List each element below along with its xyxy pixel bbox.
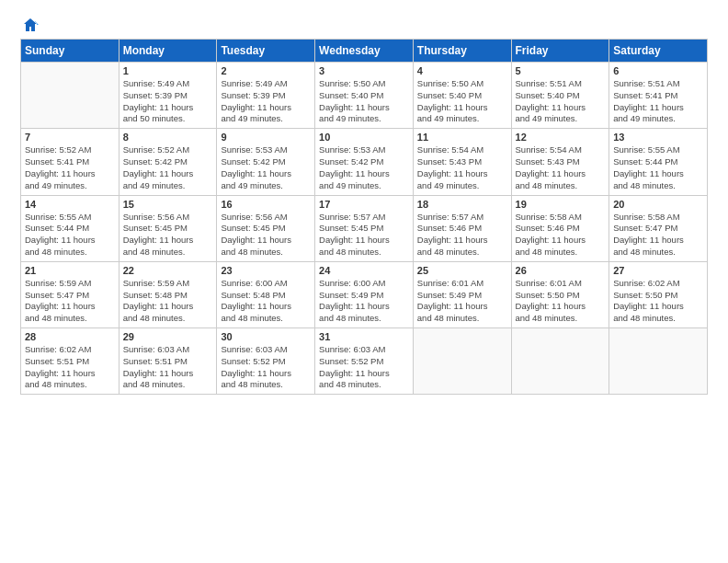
day-number: 10: [319, 132, 409, 143]
day-info: Sunrise: 5:56 AMSunset: 5:45 PMDaylight:…: [221, 212, 311, 259]
day-number: 5: [516, 65, 606, 76]
day-info: Sunrise: 6:01 AMSunset: 5:49 PMDaylight:…: [417, 278, 507, 325]
calendar-cell: 12Sunrise: 5:54 AMSunset: 5:43 PMDayligh…: [511, 129, 609, 195]
day-info: Sunrise: 5:55 AMSunset: 5:44 PMDaylight:…: [25, 212, 115, 259]
calendar-cell: 6Sunrise: 5:51 AMSunset: 5:41 PMDaylight…: [609, 63, 708, 129]
calendar-cell: 31Sunrise: 6:03 AMSunset: 5:52 PMDayligh…: [315, 328, 414, 395]
day-info: Sunrise: 6:03 AMSunset: 5:51 PMDaylight:…: [123, 344, 213, 391]
day-info: Sunrise: 5:59 AMSunset: 5:47 PMDaylight:…: [25, 278, 115, 325]
day-info: Sunrise: 5:53 AMSunset: 5:42 PMDaylight:…: [319, 144, 409, 191]
day-info: Sunrise: 5:50 AMSunset: 5:40 PMDaylight:…: [417, 78, 507, 125]
calendar-cell: 30Sunrise: 6:03 AMSunset: 5:52 PMDayligh…: [217, 328, 315, 395]
calendar-week-row: 1Sunrise: 5:49 AMSunset: 5:39 PMDaylight…: [21, 63, 708, 129]
calendar-cell: 1Sunrise: 5:49 AMSunset: 5:39 PMDaylight…: [119, 63, 217, 129]
svg-marker-0: [24, 18, 37, 31]
day-number: 11: [417, 132, 507, 143]
day-number: 13: [613, 132, 703, 143]
calendar-cell: 27Sunrise: 6:02 AMSunset: 5:50 PMDayligh…: [609, 261, 708, 327]
calendar-cell: 17Sunrise: 5:57 AMSunset: 5:45 PMDayligh…: [315, 195, 414, 261]
calendar-cell: 16Sunrise: 5:56 AMSunset: 5:45 PMDayligh…: [217, 195, 315, 261]
day-info: Sunrise: 5:51 AMSunset: 5:40 PMDaylight:…: [516, 78, 606, 125]
day-number: 4: [417, 65, 507, 76]
day-number: 20: [613, 199, 703, 210]
calendar-cell: [413, 328, 511, 395]
day-header: Sunday: [21, 40, 119, 63]
day-info: Sunrise: 5:54 AMSunset: 5:43 PMDaylight:…: [417, 144, 507, 191]
day-info: Sunrise: 5:50 AMSunset: 5:40 PMDaylight:…: [319, 78, 409, 125]
day-number: 28: [25, 331, 115, 342]
calendar-cell: 23Sunrise: 6:00 AMSunset: 5:48 PMDayligh…: [217, 261, 315, 327]
day-info: Sunrise: 5:58 AMSunset: 5:47 PMDaylight:…: [613, 212, 703, 259]
day-number: 3: [319, 65, 409, 76]
day-number: 8: [123, 132, 213, 143]
logo-icon: [22, 17, 39, 33]
day-header: Saturday: [609, 40, 708, 63]
day-header: Thursday: [413, 40, 511, 63]
calendar-cell: 7Sunrise: 5:52 AMSunset: 5:41 PMDaylight…: [21, 129, 119, 195]
calendar-week-row: 28Sunrise: 6:02 AMSunset: 5:51 PMDayligh…: [21, 328, 708, 395]
calendar-cell: 3Sunrise: 5:50 AMSunset: 5:40 PMDaylight…: [315, 63, 414, 129]
day-info: Sunrise: 6:02 AMSunset: 5:50 PMDaylight:…: [613, 278, 703, 325]
day-info: Sunrise: 5:56 AMSunset: 5:45 PMDaylight:…: [123, 212, 213, 259]
calendar-week-row: 21Sunrise: 5:59 AMSunset: 5:47 PMDayligh…: [21, 261, 708, 327]
day-info: Sunrise: 5:52 AMSunset: 5:41 PMDaylight:…: [25, 144, 115, 191]
calendar-cell: 19Sunrise: 5:58 AMSunset: 5:46 PMDayligh…: [511, 195, 609, 261]
calendar-cell: 21Sunrise: 5:59 AMSunset: 5:47 PMDayligh…: [21, 261, 119, 327]
day-number: 22: [123, 265, 213, 276]
day-number: 23: [221, 265, 311, 276]
calendar-cell: [21, 63, 119, 129]
calendar-cell: 8Sunrise: 5:52 AMSunset: 5:42 PMDaylight…: [119, 129, 217, 195]
calendar-cell: 10Sunrise: 5:53 AMSunset: 5:42 PMDayligh…: [315, 129, 414, 195]
day-number: 26: [516, 265, 606, 276]
day-number: 16: [221, 199, 311, 210]
calendar-cell: [511, 328, 609, 395]
day-info: Sunrise: 5:49 AMSunset: 5:39 PMDaylight:…: [123, 78, 213, 125]
calendar-cell: 2Sunrise: 5:49 AMSunset: 5:39 PMDaylight…: [217, 63, 315, 129]
day-number: 29: [123, 331, 213, 342]
calendar-cell: 24Sunrise: 6:00 AMSunset: 5:49 PMDayligh…: [315, 261, 414, 327]
day-info: Sunrise: 5:53 AMSunset: 5:42 PMDaylight:…: [221, 144, 311, 191]
day-info: Sunrise: 5:59 AMSunset: 5:48 PMDaylight:…: [123, 278, 213, 325]
day-info: Sunrise: 5:51 AMSunset: 5:41 PMDaylight:…: [613, 78, 703, 125]
day-number: 7: [25, 132, 115, 143]
calendar-week-row: 7Sunrise: 5:52 AMSunset: 5:41 PMDaylight…: [21, 129, 708, 195]
day-info: Sunrise: 6:03 AMSunset: 5:52 PMDaylight:…: [319, 344, 409, 391]
calendar-cell: 4Sunrise: 5:50 AMSunset: 5:40 PMDaylight…: [413, 63, 511, 129]
day-number: 15: [123, 199, 213, 210]
day-number: 9: [221, 132, 311, 143]
calendar-cell: 25Sunrise: 6:01 AMSunset: 5:49 PMDayligh…: [413, 261, 511, 327]
day-info: Sunrise: 5:57 AMSunset: 5:45 PMDaylight:…: [319, 212, 409, 259]
day-header: Friday: [511, 40, 609, 63]
day-number: 2: [221, 65, 311, 76]
day-header: Wednesday: [315, 40, 414, 63]
calendar-cell: 26Sunrise: 6:01 AMSunset: 5:50 PMDayligh…: [511, 261, 609, 327]
calendar-cell: 29Sunrise: 6:03 AMSunset: 5:51 PMDayligh…: [119, 328, 217, 395]
day-info: Sunrise: 6:00 AMSunset: 5:49 PMDaylight:…: [319, 278, 409, 325]
day-number: 31: [319, 331, 409, 342]
day-number: 27: [613, 265, 703, 276]
day-info: Sunrise: 5:55 AMSunset: 5:44 PMDaylight:…: [613, 144, 703, 191]
calendar-cell: 18Sunrise: 5:57 AMSunset: 5:46 PMDayligh…: [413, 195, 511, 261]
calendar-cell: [609, 328, 708, 395]
day-number: 12: [516, 132, 606, 143]
calendar-cell: 15Sunrise: 5:56 AMSunset: 5:45 PMDayligh…: [119, 195, 217, 261]
calendar-cell: 14Sunrise: 5:55 AMSunset: 5:44 PMDayligh…: [21, 195, 119, 261]
calendar-cell: 13Sunrise: 5:55 AMSunset: 5:44 PMDayligh…: [609, 129, 708, 195]
day-number: 24: [319, 265, 409, 276]
day-number: 1: [123, 65, 213, 76]
day-header: Tuesday: [217, 40, 315, 63]
day-info: Sunrise: 6:02 AMSunset: 5:51 PMDaylight:…: [25, 344, 115, 391]
calendar-cell: 20Sunrise: 5:58 AMSunset: 5:47 PMDayligh…: [609, 195, 708, 261]
day-info: Sunrise: 6:03 AMSunset: 5:52 PMDaylight:…: [221, 344, 311, 391]
logo: [20, 17, 39, 33]
day-info: Sunrise: 5:49 AMSunset: 5:39 PMDaylight:…: [221, 78, 311, 125]
header: [20, 17, 708, 33]
calendar-week-row: 14Sunrise: 5:55 AMSunset: 5:44 PMDayligh…: [21, 195, 708, 261]
calendar-cell: 9Sunrise: 5:53 AMSunset: 5:42 PMDaylight…: [217, 129, 315, 195]
day-number: 14: [25, 199, 115, 210]
day-info: Sunrise: 5:54 AMSunset: 5:43 PMDaylight:…: [516, 144, 606, 191]
day-number: 6: [613, 65, 703, 76]
day-number: 21: [25, 265, 115, 276]
calendar: SundayMondayTuesdayWednesdayThursdayFrid…: [20, 39, 708, 395]
day-number: 18: [417, 199, 507, 210]
